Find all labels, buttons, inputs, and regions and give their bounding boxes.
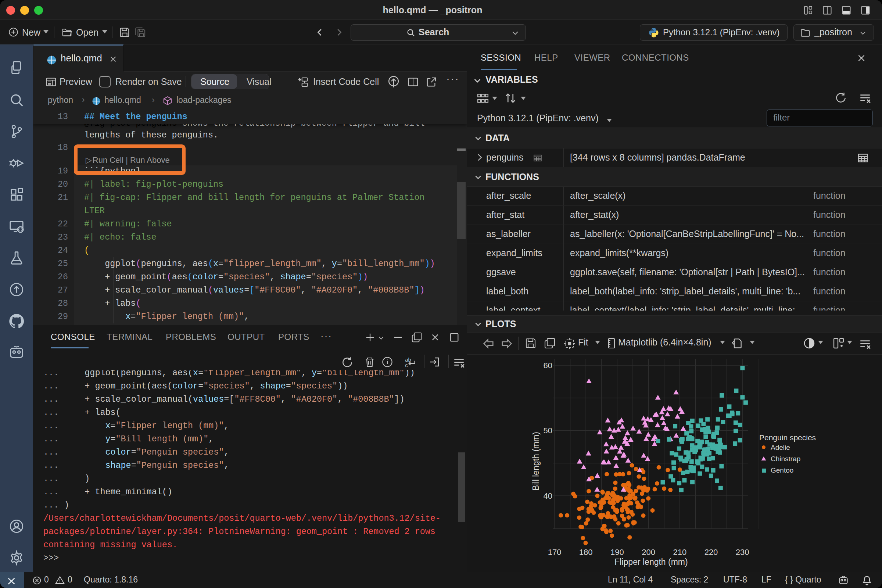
svg-text:Chinstrap: Chinstrap	[771, 455, 800, 463]
svg-text:170: 170	[548, 548, 561, 557]
svg-text:Bill length (mm): Bill length (mm)	[531, 432, 541, 490]
svg-text:220: 220	[705, 548, 718, 557]
svg-text:210: 210	[673, 548, 687, 557]
svg-text:Gentoo: Gentoo	[771, 466, 794, 474]
svg-text:60: 60	[543, 361, 552, 370]
svg-text:190: 190	[610, 548, 624, 557]
svg-text:50: 50	[543, 426, 552, 435]
svg-text:230: 230	[736, 548, 749, 557]
svg-text:Flipper length (mm): Flipper length (mm)	[615, 557, 688, 567]
svg-text:180: 180	[579, 548, 593, 557]
svg-text:c: c	[405, 362, 408, 368]
svg-text:200: 200	[642, 548, 655, 557]
svg-text:Adelie: Adelie	[771, 444, 790, 451]
svg-text:Penguin species: Penguin species	[759, 433, 816, 442]
svg-text:40: 40	[543, 491, 552, 501]
